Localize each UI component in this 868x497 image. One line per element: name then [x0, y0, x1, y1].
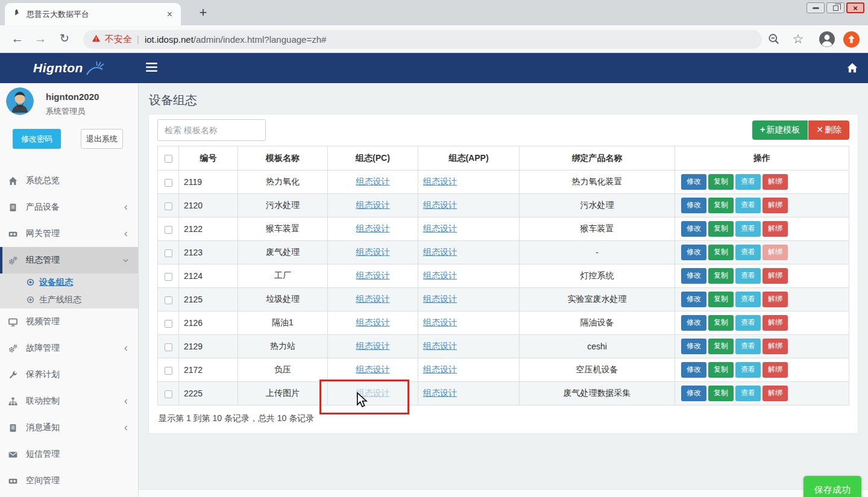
- change-password-button[interactable]: 修改密码: [13, 129, 61, 149]
- copy-action-button[interactable]: 复制: [708, 174, 734, 190]
- app-config-link[interactable]: 组态设计: [423, 294, 457, 304]
- copy-action-button[interactable]: 复制: [708, 292, 734, 307]
- row-checkbox[interactable]: [165, 273, 172, 281]
- edit-action-button[interactable]: 修改: [681, 386, 706, 401]
- row-checkbox[interactable]: [165, 320, 172, 328]
- sidebar-item[interactable]: 联动控制: [0, 388, 138, 414]
- copy-action-button[interactable]: 复制: [708, 198, 734, 213]
- view-action-button[interactable]: 查看: [735, 315, 761, 331]
- copy-action-button[interactable]: 复制: [708, 362, 734, 378]
- sidebar-item[interactable]: 产品设备: [0, 194, 138, 220]
- sidebar-subitem[interactable]: 生产线组态: [0, 291, 138, 308]
- pc-config-link[interactable]: 组态设计: [356, 177, 390, 186]
- sidebar-item[interactable]: 组态管理: [0, 247, 138, 274]
- unbind-action-button[interactable]: 解绑: [763, 362, 788, 378]
- view-action-button[interactable]: 查看: [735, 292, 761, 307]
- app-config-link[interactable]: 组态设计: [423, 341, 457, 351]
- view-action-button[interactable]: 查看: [735, 198, 761, 213]
- edit-action-button[interactable]: 修改: [681, 245, 706, 260]
- copy-action-button[interactable]: 复制: [708, 221, 734, 237]
- unbind-action-button[interactable]: 解绑: [763, 174, 788, 190]
- pc-config-link[interactable]: 组态设计: [356, 200, 390, 210]
- forward-icon[interactable]: →: [31, 25, 49, 53]
- edit-action-button[interactable]: 修改: [681, 292, 706, 307]
- sidebar-item[interactable]: 短信管理: [0, 441, 138, 467]
- copy-action-button[interactable]: 复制: [708, 245, 734, 260]
- row-checkbox[interactable]: [165, 202, 172, 210]
- new-tab-button[interactable]: +: [194, 5, 212, 22]
- app-config-link[interactable]: 组态设计: [423, 364, 457, 374]
- refresh-icon[interactable]: ↻: [55, 25, 74, 53]
- pc-config-link[interactable]: 组态设计: [356, 247, 390, 257]
- copy-action-button[interactable]: 复制: [708, 315, 734, 331]
- browser-tab[interactable]: 思普云大数据平台 ×: [5, 3, 181, 25]
- pc-config-link[interactable]: 组态设计: [356, 317, 390, 327]
- sidebar-subitem[interactable]: 设备组态: [0, 274, 138, 291]
- pc-config-link[interactable]: 组态设计: [356, 223, 390, 233]
- restore-button[interactable]: [826, 2, 844, 13]
- bookmark-star-icon[interactable]: ☆: [790, 31, 807, 48]
- view-action-button[interactable]: 查看: [735, 221, 761, 237]
- row-checkbox[interactable]: [165, 367, 172, 375]
- edit-action-button[interactable]: 修改: [681, 198, 706, 213]
- app-config-link[interactable]: 组态设计: [423, 200, 457, 210]
- edit-action-button[interactable]: 修改: [681, 174, 706, 190]
- home-icon[interactable]: [847, 63, 858, 75]
- view-action-button[interactable]: 查看: [735, 245, 761, 260]
- unbind-action-button[interactable]: 解绑: [763, 268, 788, 284]
- row-checkbox[interactable]: [165, 179, 172, 187]
- row-checkbox[interactable]: [165, 296, 172, 304]
- edit-action-button[interactable]: 修改: [681, 339, 706, 354]
- unbind-action-button[interactable]: 解绑: [763, 221, 788, 237]
- close-button[interactable]: ×: [846, 2, 864, 13]
- unbind-action-button[interactable]: 解绑: [763, 339, 788, 354]
- sidebar-item[interactable]: 空间管理: [0, 467, 138, 494]
- unbind-action-button[interactable]: 解绑: [763, 198, 788, 213]
- view-action-button[interactable]: 查看: [735, 386, 761, 401]
- pc-config-link[interactable]: 组态设计: [356, 294, 390, 304]
- unbind-action-button[interactable]: 解绑: [763, 315, 788, 331]
- back-icon[interactable]: ←: [8, 25, 27, 53]
- search-input[interactable]: [157, 119, 266, 141]
- app-config-link[interactable]: 组态设计: [423, 223, 457, 233]
- sidebar-item[interactable]: 保养计划: [0, 361, 138, 388]
- pc-config-link[interactable]: 组态设计: [356, 364, 390, 374]
- sidebar-item[interactable]: 视频管理: [0, 308, 138, 335]
- view-action-button[interactable]: 查看: [735, 362, 761, 378]
- copy-action-button[interactable]: 复制: [708, 386, 734, 401]
- sidebar-toggle-button[interactable]: [146, 63, 157, 75]
- view-action-button[interactable]: 查看: [735, 339, 761, 354]
- delete-button[interactable]: ✕删除: [808, 120, 849, 140]
- copy-action-button[interactable]: 复制: [708, 339, 734, 354]
- app-config-link[interactable]: 组态设计: [423, 388, 457, 398]
- row-checkbox[interactable]: [165, 343, 172, 351]
- unbind-action-button[interactable]: 解绑: [763, 292, 788, 307]
- tab-close-icon[interactable]: ×: [166, 9, 174, 20]
- view-action-button[interactable]: 查看: [735, 174, 761, 190]
- zoom-indicator-icon[interactable]: [766, 31, 782, 48]
- unbind-action-button[interactable]: 解绑: [763, 245, 788, 260]
- sidebar-item[interactable]: 网关管理: [0, 220, 138, 247]
- sidebar-item[interactable]: 故障管理: [0, 335, 138, 361]
- new-template-button[interactable]: +新建模板: [752, 120, 808, 140]
- brand-logo[interactable]: Hignton: [0, 53, 139, 83]
- copy-action-button[interactable]: 复制: [708, 268, 734, 284]
- edit-action-button[interactable]: 修改: [681, 221, 706, 237]
- address-bar[interactable]: 不安全 | iot.idosp.net/admin/index.html?lan…: [83, 30, 762, 49]
- edit-action-button[interactable]: 修改: [681, 315, 706, 331]
- avatar[interactable]: [6, 87, 34, 115]
- select-all-checkbox[interactable]: [165, 155, 172, 163]
- profile-avatar-icon[interactable]: [819, 31, 835, 48]
- minimize-button[interactable]: [807, 2, 825, 13]
- sidebar-item[interactable]: 消息通知: [0, 414, 138, 441]
- unbind-action-button[interactable]: 解绑: [763, 386, 788, 401]
- app-config-link[interactable]: 组态设计: [423, 177, 457, 186]
- row-checkbox[interactable]: [165, 249, 172, 257]
- logout-button[interactable]: 退出系统: [81, 129, 123, 149]
- sidebar-item[interactable]: 系统总览: [0, 167, 138, 194]
- pc-config-link[interactable]: 组态设计: [356, 270, 390, 280]
- extension-update-icon[interactable]: [843, 31, 860, 48]
- edit-action-button[interactable]: 修改: [681, 362, 706, 378]
- pc-config-link[interactable]: 组态设计: [356, 341, 390, 351]
- app-config-link[interactable]: 组态设计: [423, 247, 457, 257]
